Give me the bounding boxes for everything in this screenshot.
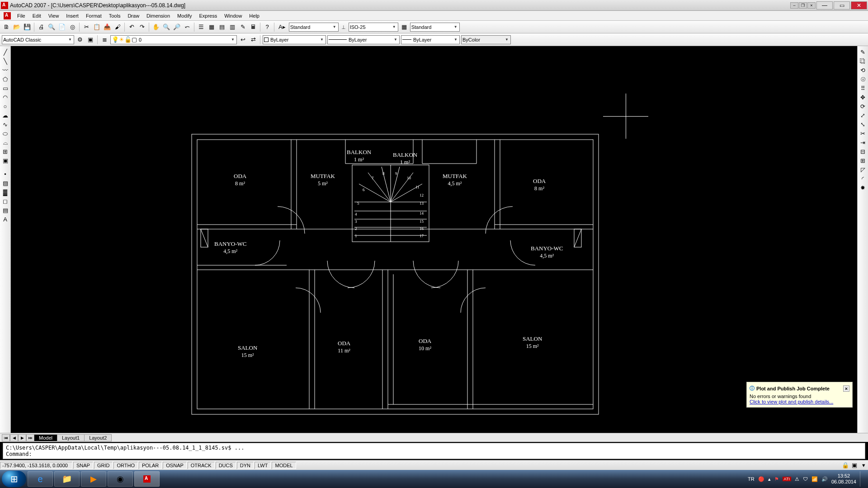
help-icon[interactable]: ?	[263, 23, 272, 32]
notif-close-button[interactable]: ×	[843, 385, 849, 392]
offset-icon[interactable]: ⦾	[859, 75, 867, 83]
status-annotation-icon[interactable]: ▣	[850, 461, 859, 470]
erase-icon[interactable]: ✎	[859, 48, 867, 56]
make-block-icon[interactable]: ▣	[1, 156, 9, 164]
cut-icon[interactable]: ✂	[82, 23, 91, 32]
copy-obj-icon[interactable]: ⿻	[859, 57, 867, 65]
menu-file[interactable]: File	[14, 12, 29, 19]
ellipse-arc-icon[interactable]: ⌓	[1, 138, 9, 146]
text-style-combo[interactable]: Standard▼	[289, 23, 339, 32]
quickcalc-icon[interactable]: 🖩	[249, 23, 258, 32]
line-icon[interactable]: ╱	[1, 48, 9, 56]
toggle-osnap[interactable]: OSNAP	[163, 462, 187, 469]
tray-up-icon[interactable]: ▴	[768, 476, 771, 482]
task-autocad[interactable]	[134, 471, 160, 487]
zoom-window-icon[interactable]: 🔎	[172, 23, 181, 32]
gradient-icon[interactable]: ▓	[1, 188, 9, 196]
zoom-prev-icon[interactable]: ⤺	[183, 23, 192, 32]
toggle-polar[interactable]: POLAR	[139, 462, 162, 469]
plotstyle-combo[interactable]: ByColor▼	[461, 35, 511, 44]
menu-format[interactable]: Format	[82, 12, 105, 19]
menu-help[interactable]: Help	[245, 12, 263, 19]
tray-lang[interactable]: TR	[748, 476, 755, 482]
toggle-dyn[interactable]: DYN	[237, 462, 254, 469]
menu-insert[interactable]: Insert	[62, 12, 82, 19]
toggle-snap[interactable]: SNAP	[73, 462, 93, 469]
color-combo[interactable]: ByLayer▼	[263, 35, 326, 44]
stretch-icon[interactable]: ⤡	[859, 120, 867, 128]
pan-icon[interactable]: ✋	[151, 23, 160, 32]
table-style-combo[interactable]: Standard▼	[410, 23, 460, 32]
layer-combo[interactable]: 💡☀🔓▢ 0▼	[110, 35, 237, 44]
xline-icon[interactable]: ╲	[1, 57, 9, 65]
start-button[interactable]: ⊞	[2, 471, 26, 487]
join-icon[interactable]: ⊞	[859, 156, 867, 164]
menu-window[interactable]: Window	[221, 12, 245, 19]
tray-network-icon[interactable]: 📶	[811, 476, 818, 482]
scale-icon[interactable]: ⤢	[859, 111, 867, 119]
point-icon[interactable]: •	[1, 170, 9, 178]
undo-icon[interactable]: ↶	[127, 23, 136, 32]
mdi-close-icon[interactable]: ×	[807, 2, 816, 9]
fillet-icon[interactable]: ◜	[859, 174, 867, 183]
toggle-otrack[interactable]: OTRACK	[188, 462, 215, 469]
layer-properties-icon[interactable]: ≣	[100, 35, 109, 44]
workspace-toolbar-icon[interactable]: ▣	[86, 35, 95, 44]
design-center-icon[interactable]: ▦	[207, 23, 216, 32]
extend-icon[interactable]: ⇥	[859, 138, 867, 146]
mdi-minimize-icon[interactable]: –	[790, 2, 798, 9]
tray-action-icon[interactable]: ⚑	[774, 476, 779, 482]
toggle-ortho[interactable]: ORTHO	[113, 462, 138, 469]
save-icon[interactable]: 💾	[23, 23, 32, 32]
menu-view[interactable]: View	[45, 12, 63, 19]
ellipse-icon[interactable]: ⬭	[1, 129, 9, 137]
close-button[interactable]: ✕	[851, 1, 867, 9]
markup-icon[interactable]: ✎	[238, 23, 247, 32]
open-icon[interactable]: 📂	[12, 23, 21, 32]
spline-icon[interactable]: ∿	[1, 120, 9, 128]
tray-flag-icon[interactable]: 🔴	[758, 476, 764, 482]
tool-palettes-icon[interactable]: ▤	[217, 23, 226, 32]
threeddwf-icon[interactable]: ◎	[68, 23, 77, 32]
properties-icon[interactable]: ☰	[197, 23, 206, 32]
minimize-button[interactable]: —	[816, 1, 833, 9]
menu-dimension[interactable]: Dimension	[143, 12, 174, 19]
tab-layout2[interactable]: Layout2	[84, 434, 112, 441]
status-lock-icon[interactable]: 🔒	[841, 461, 850, 470]
dim-style-combo[interactable]: ISO-25▼	[349, 23, 398, 32]
hatch-icon[interactable]: ▨	[1, 179, 9, 187]
layer-prev-icon[interactable]: ↩	[238, 35, 247, 44]
chamfer-icon[interactable]: ◸	[859, 165, 867, 174]
toggle-ducs[interactable]: DUCS	[216, 462, 236, 469]
toggle-model[interactable]: MODEL	[272, 462, 296, 469]
tray-shield-icon[interactable]: 🛡	[803, 476, 808, 482]
toggle-lwt[interactable]: LWT	[255, 462, 271, 469]
tab-layout1[interactable]: Layout1	[57, 434, 85, 441]
move-icon[interactable]: ✥	[859, 93, 867, 101]
coordinates-readout[interactable]: -757.9400, -153.1618, 0.0000	[0, 462, 72, 469]
tab-last-button[interactable]: ⏭	[26, 434, 34, 441]
menu-draw[interactable]: Draw	[124, 12, 143, 19]
maximize-button[interactable]: ▭	[834, 1, 850, 9]
command-line[interactable]: C:\Users\CASPER\AppData\Local\Temp\aplik…	[3, 443, 865, 459]
task-chrome[interactable]: ◉	[108, 471, 133, 487]
paste-icon[interactable]: 📥	[103, 23, 112, 32]
linetype-combo[interactable]: ByLayer▼	[327, 35, 400, 44]
workspace-combo[interactable]: AutoCAD Classic▼	[2, 35, 74, 44]
tray-clock[interactable]: 13:52 06.08.2014	[831, 473, 856, 485]
region-icon[interactable]: ◻	[1, 197, 9, 205]
drawing-canvas[interactable]: ODA8 m² MUTFAK5 m² BALKON1 m² BALKON1 m²…	[11, 46, 857, 433]
zoom-rt-icon[interactable]: 🔍	[162, 23, 171, 32]
task-explorer[interactable]: 📁	[54, 471, 80, 487]
redo-icon[interactable]: ↷	[137, 23, 146, 32]
show-desktop-button[interactable]	[860, 471, 863, 487]
tab-model[interactable]: Model	[34, 434, 57, 441]
menu-modify[interactable]: Modify	[174, 12, 195, 19]
sheetset-icon[interactable]: ▥	[228, 23, 237, 32]
explode-icon[interactable]: ✸	[859, 183, 867, 192]
menu-express[interactable]: Express	[195, 12, 221, 19]
publish-icon[interactable]: 📄	[57, 23, 66, 32]
copy-icon[interactable]: 📋	[92, 23, 101, 32]
polygon-icon[interactable]: ⬠	[1, 75, 9, 83]
polyline-icon[interactable]: 〰	[1, 66, 9, 74]
